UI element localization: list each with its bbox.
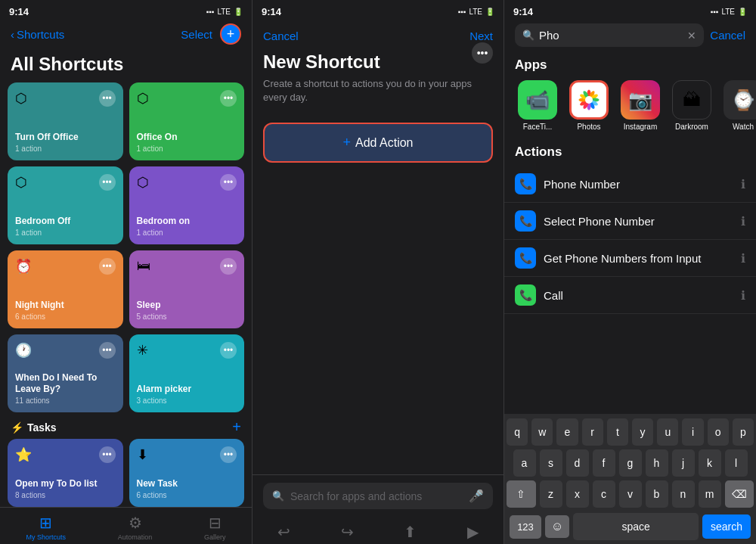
key-q[interactable]: q — [507, 418, 528, 446]
share-toolbar-icon[interactable]: ⬆ — [404, 523, 417, 541]
more-options-button[interactable]: ••• — [472, 42, 493, 64]
status-icons-2: ▪▪▪ LTE 🔋 — [458, 8, 494, 16]
shortcut-card[interactable]: ⬡••• Bedroom on1 action — [129, 166, 245, 244]
key-x[interactable]: x — [566, 480, 589, 508]
shortcut-card[interactable]: ⬡••• Bedroom Off1 action — [8, 166, 123, 244]
darkroom-icon: 🏔 — [672, 80, 711, 120]
tasks-add-button[interactable]: + — [232, 418, 241, 436]
info-icon[interactable]: ℹ — [741, 177, 745, 191]
shortcut-card[interactable]: ⬡••• Turn Off Office1 action — [8, 82, 123, 160]
plus-icon: + — [342, 135, 351, 151]
app-name: Watch — [733, 123, 754, 131]
action-search[interactable]: 🔍 Search for apps and actions 🎤 — [263, 483, 493, 509]
back-toolbar-icon[interactable]: ↩ — [277, 523, 290, 541]
key-i[interactable]: i — [682, 418, 703, 446]
emoji-key[interactable]: ☺ — [545, 515, 569, 538]
key-j[interactable]: j — [672, 449, 695, 477]
action-select-phone[interactable]: 📞 Select Phone Number ℹ — [504, 203, 756, 240]
shift-key[interactable]: ⇧ — [507, 480, 536, 508]
app-darkroom[interactable]: 🏔 Darkroom — [672, 80, 711, 131]
apps-row: 📹 FaceTi... — [515, 80, 745, 131]
search-key[interactable]: search — [702, 514, 751, 539]
shortcut-card[interactable]: ⬡••• Office On1 action — [129, 82, 245, 160]
add-action-button[interactable]: + Add Action — [263, 123, 493, 163]
key-a[interactable]: a — [513, 449, 536, 477]
nav-bar-1: ‹ Shortcuts Select + — [0, 20, 252, 51]
card-menu[interactable]: ••• — [99, 446, 116, 463]
card-menu[interactable]: ••• — [220, 342, 237, 359]
back-button[interactable]: ‹ Shortcuts — [11, 28, 64, 41]
key-w[interactable]: w — [531, 418, 553, 446]
key-t[interactable]: t — [607, 418, 628, 446]
info-icon[interactable]: ℹ — [741, 214, 745, 228]
app-instagram[interactable]: 📷 Instagram — [621, 80, 660, 131]
key-h[interactable]: h — [646, 449, 668, 477]
action-call[interactable]: 📞 Call ℹ — [504, 277, 756, 314]
card-menu[interactable]: ••• — [99, 174, 116, 191]
info-icon[interactable]: ℹ — [741, 288, 745, 303]
key-g[interactable]: g — [619, 449, 642, 477]
search-input[interactable]: Pho — [539, 29, 683, 42]
card-menu[interactable]: ••• — [220, 90, 237, 107]
key-p[interactable]: p — [733, 418, 754, 446]
add-shortcut-button[interactable]: + — [220, 23, 241, 45]
select-button[interactable]: Select — [181, 28, 212, 41]
key-e[interactable]: e — [556, 418, 578, 446]
shortcut-card[interactable]: 🛏••• Sleep5 actions — [129, 250, 245, 328]
key-y[interactable]: y — [632, 418, 653, 446]
status-time-2: 9:14 — [262, 6, 281, 17]
card-actions: 1 action — [137, 145, 237, 153]
key-o[interactable]: o — [708, 418, 729, 446]
key-c[interactable]: c — [593, 480, 615, 508]
task-card[interactable]: ⭐••• Open my To Do list8 actions — [8, 439, 123, 507]
card-menu[interactable]: ••• — [220, 174, 237, 191]
key-n[interactable]: n — [672, 480, 695, 508]
numbers-key[interactable]: 123 — [510, 515, 541, 539]
task-card[interactable]: ⬇••• New Task6 actions — [129, 439, 245, 507]
card-icon: 🛏 — [137, 258, 150, 274]
card-menu[interactable]: ••• — [220, 258, 237, 275]
app-facetime[interactable]: 📹 FaceTi... — [518, 80, 557, 131]
forward-toolbar-icon[interactable]: ↪ — [341, 523, 354, 541]
shortcut-card[interactable]: 🕐••• When Do I Need To Leave By?11 actio… — [8, 334, 123, 412]
action-get-phone-numbers[interactable]: 📞 Get Phone Numbers from Input ℹ — [504, 240, 756, 277]
shortcut-card[interactable]: ⏰••• Night Night6 actions — [8, 250, 123, 328]
key-k[interactable]: k — [699, 449, 721, 477]
key-m[interactable]: m — [699, 480, 721, 508]
card-menu[interactable]: ••• — [99, 90, 116, 107]
app-photos[interactable]: Photos — [569, 80, 609, 131]
shortcut-card[interactable]: ✳••• Alarm picker3 actions — [129, 334, 245, 412]
lightning-icon: ⚡ — [11, 421, 23, 434]
new-shortcut-subtitle: Create a shortcut to actions you do in y… — [253, 77, 503, 117]
tab-gallery[interactable]: ⊟ Gallery — [204, 514, 226, 541]
search-field[interactable]: 🔍 Pho ✕ — [515, 23, 704, 47]
card-menu[interactable]: ••• — [99, 342, 116, 359]
clear-search-button[interactable]: ✕ — [687, 30, 696, 42]
next-button[interactable]: Next — [469, 30, 493, 42]
key-z[interactable]: z — [540, 480, 562, 508]
card-menu[interactable]: ••• — [220, 446, 237, 463]
key-r[interactable]: r — [582, 418, 603, 446]
card-menu[interactable]: ••• — [99, 258, 116, 275]
app-watch[interactable]: ⌚ Watch — [723, 80, 756, 131]
space-key[interactable]: space — [573, 513, 699, 540]
card-icon: ⬡ — [15, 174, 27, 191]
cancel-button[interactable]: Cancel — [263, 30, 299, 42]
search-cancel-button[interactable]: Cancel — [710, 29, 745, 42]
info-icon[interactable]: ℹ — [741, 251, 745, 266]
facetime-icon: 📹 — [518, 80, 557, 120]
delete-key[interactable]: ⌫ — [725, 480, 754, 508]
action-phone-number[interactable]: 📞 Phone Number ℹ — [504, 166, 756, 203]
play-toolbar-icon[interactable]: ▶ — [467, 523, 479, 541]
key-s[interactable]: s — [540, 449, 562, 477]
key-v[interactable]: v — [619, 480, 642, 508]
tab-automation[interactable]: ⚙ Automation — [118, 514, 153, 541]
tab-my-shortcuts[interactable]: ⊞ My Shortcuts — [26, 514, 66, 541]
key-u[interactable]: u — [657, 418, 678, 446]
key-d[interactable]: d — [566, 449, 589, 477]
phone-icon: 📞 — [515, 173, 536, 194]
key-l[interactable]: l — [725, 449, 748, 477]
key-f[interactable]: f — [593, 449, 615, 477]
card-name: Sleep — [137, 300, 237, 312]
key-b[interactable]: b — [646, 480, 668, 508]
